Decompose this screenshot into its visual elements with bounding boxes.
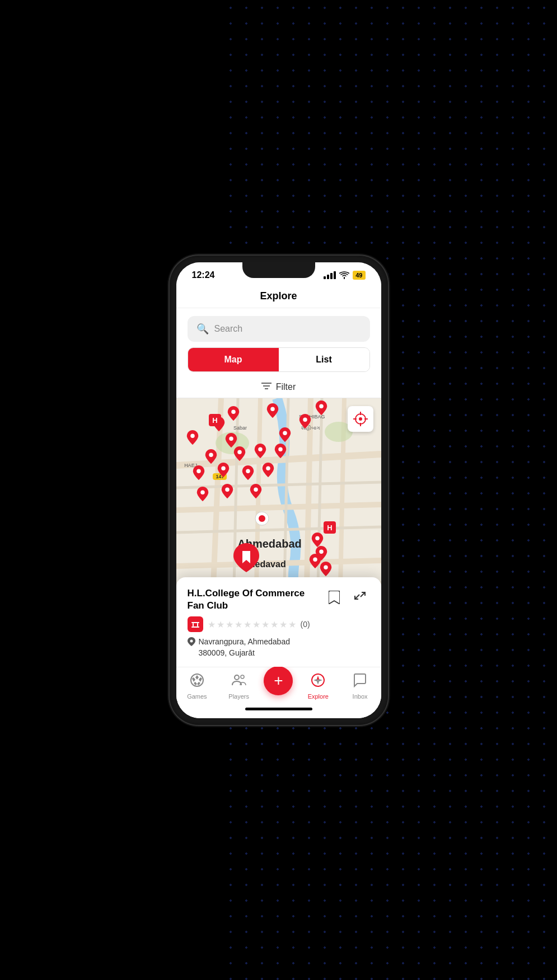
add-button[interactable]: +: [264, 666, 293, 695]
svg-line-51: [361, 592, 365, 597]
map-pin[interactable]: [254, 444, 266, 458]
status-time: 12:24: [192, 270, 215, 280]
svg-point-47: [315, 536, 319, 540]
nav-inbox[interactable]: Inbox: [343, 673, 377, 700]
map-pin[interactable]: [320, 562, 332, 576]
list-toggle-button[interactable]: List: [279, 348, 369, 371]
soccer-ball-icon: [190, 673, 204, 687]
svg-point-49: [313, 557, 317, 561]
address-line1: Navrangpura, Ahmedabad: [199, 637, 290, 646]
svg-line-52: [355, 595, 359, 599]
map-pin[interactable]: [193, 465, 205, 480]
bookmark-icon: [329, 591, 340, 604]
games-label: Games: [187, 693, 207, 700]
map-pin[interactable]: [262, 463, 274, 477]
explore-icon: [311, 673, 325, 691]
star-1: ★: [208, 619, 216, 630]
rating-count: (0): [301, 620, 310, 629]
search-icon: 🔍: [196, 323, 209, 335]
nav-games[interactable]: Games: [180, 673, 214, 700]
inbox-icon: [353, 673, 367, 691]
bookmark-pin[interactable]: [233, 543, 259, 572]
nav-explore[interactable]: Explore: [301, 673, 335, 700]
notch: [242, 262, 315, 278]
svg-point-36: [258, 447, 262, 451]
svg-point-37: [278, 447, 282, 451]
svg-point-38: [196, 469, 200, 473]
wifi-icon: [339, 271, 349, 279]
app-content: Explore 🔍 Search Map List: [176, 284, 381, 718]
map-pin[interactable]: [186, 430, 199, 445]
venue-info: H.L.College Of Commerce Fan Club: [188, 587, 319, 612]
battery-indicator: 49: [353, 271, 365, 280]
crosshair-icon: [353, 412, 368, 426]
home-indicator: [176, 703, 381, 718]
map-pin[interactable]: [311, 533, 324, 547]
svg-point-34: [209, 453, 213, 456]
map-pin[interactable]: [227, 406, 240, 421]
inbox-label: Inbox: [353, 693, 368, 700]
expand-icon: [354, 591, 366, 604]
star-3: ★: [226, 619, 233, 630]
bookmark-button[interactable]: [324, 587, 344, 607]
star-9: ★: [279, 619, 287, 630]
svg-point-60: [241, 675, 244, 679]
svg-point-21: [359, 417, 362, 421]
plus-icon: +: [274, 673, 283, 689]
svg-point-32: [230, 436, 233, 440]
map-pin[interactable]: [217, 463, 230, 477]
venue-name: H.L.College Of Commerce Fan Club: [188, 587, 319, 612]
compass-icon: [311, 673, 325, 687]
map-pin[interactable]: [274, 444, 287, 458]
app-header: Explore: [176, 284, 381, 308]
map-pin[interactable]: [233, 446, 246, 461]
phone-frame: 12:24 49: [170, 256, 388, 725]
map-pin[interactable]: [266, 403, 279, 418]
star-6: ★: [252, 619, 260, 630]
svg-rect-56: [191, 626, 199, 628]
svg-point-35: [237, 450, 241, 454]
filter-icon: [261, 382, 272, 392]
svg-point-57: [190, 640, 193, 643]
map-pin[interactable]: [225, 433, 237, 447]
svg-point-46: [254, 488, 258, 492]
filter-row[interactable]: Filter: [176, 378, 381, 398]
address-text: Navrangpura, Ahmedabad 380009, Gujarāt: [199, 637, 290, 658]
address-line2: 380009, Gujarāt: [199, 648, 255, 657]
players-icon: [232, 673, 246, 691]
star-7: ★: [261, 619, 269, 630]
search-placeholder: Search: [214, 324, 243, 334]
star-8: ★: [270, 619, 278, 630]
venue-actions: [324, 587, 370, 607]
hotel-marker: H: [209, 414, 221, 426]
status-icons: 49: [324, 271, 365, 280]
svg-point-33: [283, 431, 287, 435]
location-button[interactable]: [348, 406, 373, 432]
star-5: ★: [244, 619, 251, 630]
search-bar[interactable]: 🔍 Search: [188, 316, 370, 342]
table-icon: [191, 620, 200, 629]
venue-address: Navrangpura, Ahmedabad 380009, Gujarāt: [188, 637, 370, 658]
expand-button[interactable]: [350, 587, 370, 607]
svg-point-41: [266, 466, 270, 470]
map-container[interactable]: SHAHIBAG શાહીબાગ HAEJ Sabar MAKARBA મકાર…: [176, 398, 381, 667]
nav-players[interactable]: Players: [222, 673, 256, 700]
svg-point-43: [259, 515, 265, 522]
venue-card: H.L.College Of Commerce Fan Club: [176, 577, 381, 666]
map-pin[interactable]: [196, 487, 209, 501]
star-rating: ★ ★ ★ ★ ★ ★ ★ ★ ★ ★: [208, 619, 296, 630]
map-pin[interactable]: [315, 401, 327, 415]
map-pin[interactable]: [299, 414, 311, 428]
map-pin[interactable]: [221, 484, 233, 498]
svg-point-40: [246, 469, 250, 473]
signal-bars: [324, 271, 336, 279]
map-pin[interactable]: [279, 427, 291, 442]
chat-icon: [353, 673, 367, 687]
map-pin[interactable]: [242, 465, 254, 480]
svg-rect-55: [197, 623, 198, 626]
map-pin[interactable]: [205, 449, 217, 464]
svg-rect-53: [191, 622, 199, 623]
svg-point-30: [303, 418, 307, 422]
map-toggle-button[interactable]: Map: [188, 348, 279, 371]
map-pin[interactable]: [250, 484, 262, 498]
